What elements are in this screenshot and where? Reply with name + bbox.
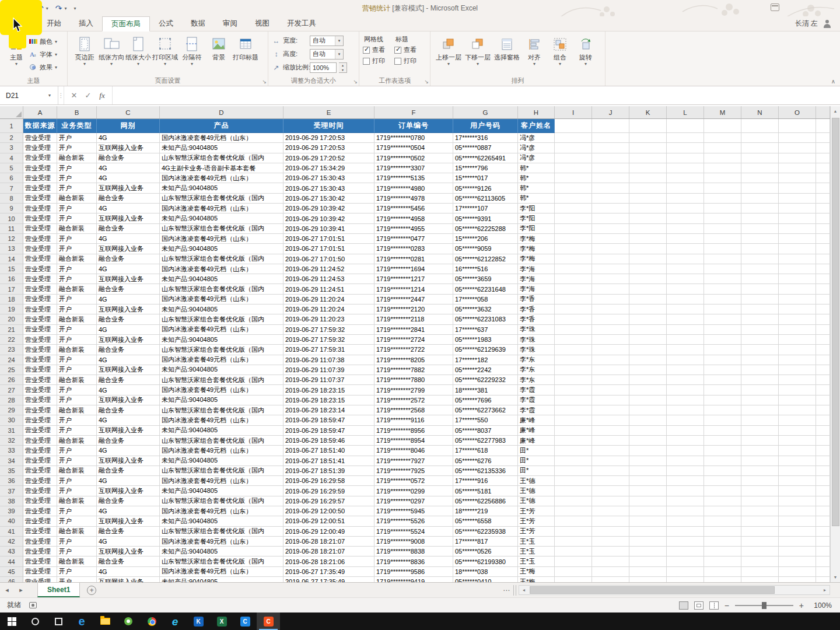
margins-button[interactable]: 页边距▾ — [71, 34, 98, 66]
cell-H39[interactable]: 王*芳 — [518, 506, 555, 516]
cell-K27[interactable] — [629, 385, 667, 395]
cell-partial-30[interactable] — [816, 415, 830, 425]
cell-B36[interactable]: 开户 — [57, 476, 97, 486]
cell-E39[interactable]: 2019-06-29 12:00:50 — [284, 506, 374, 516]
cell-H19[interactable]: 李*香 — [518, 304, 555, 314]
cell-N12[interactable] — [741, 234, 779, 244]
cell-C41[interactable]: 融合业务 — [97, 527, 160, 537]
cell-J45[interactable] — [592, 567, 629, 577]
cell-F44[interactable]: 1719********8836 — [374, 556, 453, 566]
cell-B22[interactable]: 开户 — [57, 335, 97, 345]
cell-K29[interactable] — [629, 405, 667, 415]
cell-I30[interactable] — [555, 415, 592, 425]
row-header-31[interactable]: 31 — [0, 426, 23, 436]
cell-L10[interactable] — [667, 214, 704, 223]
column-header-A[interactable]: A — [23, 106, 57, 118]
cell-A3[interactable]: 营业受理 — [23, 143, 57, 153]
cell-O6[interactable] — [779, 173, 816, 183]
cell-I8[interactable] — [555, 194, 592, 204]
cell-D6[interactable]: 国内冰激凌套餐49元档（山东） — [160, 173, 284, 183]
cell-N7[interactable] — [741, 183, 779, 193]
cell-G8[interactable]: 05******62113605 — [453, 194, 518, 204]
formula-bar-splitter[interactable]: ⋮ — [58, 86, 64, 104]
cell-G29[interactable]: 05******62273662 — [453, 405, 518, 415]
cell-K14[interactable] — [629, 254, 667, 264]
cell-M46[interactable] — [704, 577, 741, 582]
cell-G20[interactable]: 05******62231083 — [453, 314, 518, 324]
cell-E43[interactable]: 2019-06-28 18:21:07 — [284, 547, 374, 556]
cell-J25[interactable] — [592, 365, 629, 375]
cell-L36[interactable] — [667, 476, 704, 486]
cell-F4[interactable]: 1719********0502 — [374, 153, 453, 163]
cell-C25[interactable]: 互联网接入业务 — [97, 365, 160, 375]
cell-H37[interactable]: 王*德 — [518, 486, 555, 496]
cell-M2[interactable] — [704, 133, 741, 143]
cell-partial-38[interactable] — [816, 496, 830, 506]
cell-H33[interactable]: 田* — [518, 446, 555, 456]
cell-B46[interactable]: 开户 — [57, 577, 97, 582]
cell-O4[interactable] — [779, 153, 816, 163]
cell-L37[interactable] — [667, 486, 704, 496]
cell-I17[interactable] — [555, 284, 592, 294]
cell-G32[interactable]: 05******62277983 — [453, 436, 518, 446]
cell-A10[interactable]: 营业受理 — [23, 214, 57, 223]
row-header-6[interactable]: 6 — [0, 173, 23, 183]
cell-M39[interactable] — [704, 506, 741, 516]
cell-C46[interactable]: 互联网接入业务 — [97, 577, 160, 582]
cell-C9[interactable]: 4G — [97, 204, 160, 214]
tab-strip-more-icon[interactable]: ⋯ — [503, 586, 513, 594]
cell-G23[interactable]: 05******62129639 — [453, 345, 518, 355]
cell-K37[interactable] — [629, 486, 667, 496]
cell-O17[interactable] — [779, 284, 816, 294]
cell-D29[interactable]: 山东智慧沃家组合套餐优化版（国内 — [160, 405, 284, 415]
cell-N39[interactable] — [741, 506, 779, 516]
cell-D46[interactable]: 未知产品:90404805 — [160, 577, 284, 582]
cell-N15[interactable] — [741, 264, 779, 274]
cell-N29[interactable] — [741, 405, 779, 415]
cell-G34[interactable]: 05******6276 — [453, 456, 518, 466]
cell-partial-17[interactable] — [816, 284, 830, 294]
cell-M10[interactable] — [704, 214, 741, 223]
cell-L35[interactable] — [667, 466, 704, 476]
cell-I14[interactable] — [555, 254, 592, 264]
cell-N35[interactable] — [741, 466, 779, 476]
cell-H27[interactable]: 李*霞 — [518, 385, 555, 395]
cell-O25[interactable] — [779, 365, 816, 375]
cell-D39[interactable]: 国内冰激凌套餐49元档（山东） — [160, 506, 284, 516]
cell-K46[interactable] — [629, 577, 667, 582]
cell-A7[interactable]: 营业受理 — [23, 183, 57, 193]
bring-forward-button[interactable]: 上移一层▾ — [434, 34, 463, 66]
cell-I33[interactable] — [555, 446, 592, 456]
cell-C34[interactable]: 互联网接入业务 — [97, 456, 160, 466]
cell-B20[interactable]: 融合新装 — [57, 314, 97, 324]
cell-A4[interactable]: 营业受理 — [23, 153, 57, 163]
cell-F40[interactable]: 1719********5526 — [374, 516, 453, 526]
cell-C32[interactable]: 融合业务 — [97, 436, 160, 446]
cell-partial-8[interactable] — [816, 194, 830, 204]
cell-H9[interactable]: 李*阳 — [518, 204, 555, 214]
cell-O42[interactable] — [779, 537, 816, 547]
cell-L17[interactable] — [667, 284, 704, 294]
cell-A33[interactable]: 营业受理 — [23, 446, 57, 456]
cell-G35[interactable]: 05******62135336 — [453, 466, 518, 476]
scroll-left-icon[interactable]: ◂ — [519, 587, 528, 593]
vertical-scroll-thumb[interactable] — [832, 118, 839, 526]
cell-C4[interactable]: 融合业务 — [97, 153, 160, 163]
cell-A18[interactable]: 营业受理 — [23, 295, 57, 304]
cell-A31[interactable]: 营业受理 — [23, 426, 57, 436]
cell-B25[interactable]: 开户 — [57, 365, 97, 375]
cell-partial-26[interactable] — [816, 375, 830, 385]
cell-A29[interactable]: 营业受理 — [23, 405, 57, 415]
row-header-17[interactable]: 17 — [0, 284, 23, 294]
cell-C5[interactable]: 4G — [97, 163, 160, 173]
cell-partial-45[interactable] — [816, 567, 830, 577]
cell-E26[interactable]: 2019-06-29 11:07:37 — [284, 375, 374, 385]
cell-L33[interactable] — [667, 446, 704, 456]
cell-N5[interactable] — [741, 163, 779, 173]
cell-H40[interactable]: 王*芳 — [518, 516, 555, 526]
sheet-tab-sheet1[interactable]: Sheet1 — [37, 583, 80, 597]
cell-partial-44[interactable] — [816, 556, 830, 566]
cell-N21[interactable] — [741, 325, 779, 335]
cell-O37[interactable] — [779, 486, 816, 496]
column-header-C[interactable]: C — [97, 106, 160, 118]
